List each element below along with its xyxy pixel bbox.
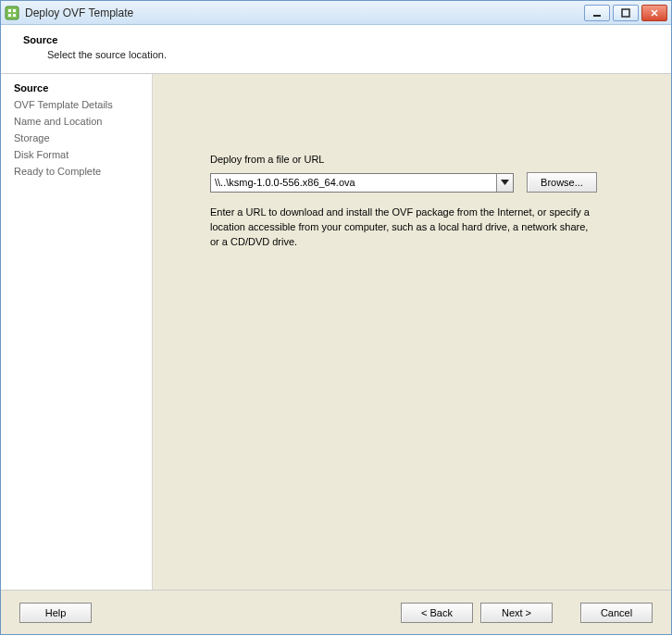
maximize-icon	[621, 8, 630, 18]
maximize-button[interactable]	[613, 5, 639, 21]
svg-rect-3	[8, 14, 11, 17]
page-subtitle: Select the source location.	[47, 49, 649, 60]
svg-marker-9	[501, 180, 509, 185]
window-controls	[584, 5, 667, 21]
source-combobox[interactable]	[210, 173, 514, 193]
deploy-ovf-window: Deploy OVF Template Source Select the so…	[0, 0, 672, 635]
next-button[interactable]: Next >	[480, 603, 553, 623]
chevron-down-icon	[501, 180, 509, 185]
svg-rect-0	[6, 6, 19, 19]
close-icon	[650, 8, 659, 18]
minimize-icon	[592, 8, 602, 18]
browse-button[interactable]: Browse...	[527, 172, 597, 193]
source-dropdown-button[interactable]	[496, 174, 513, 192]
back-button[interactable]: < Back	[401, 603, 473, 623]
source-row: Browse...	[210, 172, 643, 193]
help-button[interactable]: Help	[19, 603, 92, 623]
wizard-content: Deploy from a file or URL Browse... Ente…	[153, 74, 671, 590]
svg-rect-1	[8, 9, 11, 12]
wizard-header: Source Select the source location.	[1, 25, 671, 74]
step-ready[interactable]: Ready to Complete	[1, 163, 152, 180]
step-storage[interactable]: Storage	[1, 130, 152, 146]
page-title: Source	[23, 34, 649, 45]
close-button[interactable]	[641, 5, 667, 21]
source-path-input[interactable]	[211, 174, 496, 192]
step-ovf-details[interactable]: OVF Template Details	[1, 96, 152, 113]
step-disk-format[interactable]: Disk Format	[1, 146, 152, 163]
svg-rect-5	[593, 15, 601, 17]
wizard-body: Source OVF Template Details Name and Loc…	[1, 74, 671, 590]
wizard-footer: Help < Back Next > Cancel	[1, 590, 671, 634]
titlebar: Deploy OVF Template	[1, 1, 671, 25]
svg-rect-2	[13, 9, 16, 12]
source-field-label: Deploy from a file or URL	[210, 154, 643, 165]
source-form: Deploy from a file or URL Browse... Ente…	[210, 154, 643, 250]
window-title: Deploy OVF Template	[25, 6, 584, 19]
source-hint-text: Enter a URL to download and install the …	[210, 205, 599, 250]
wizard-steps: Source OVF Template Details Name and Loc…	[1, 74, 153, 590]
app-icon	[5, 6, 19, 20]
svg-rect-4	[13, 14, 16, 17]
minimize-button[interactable]	[584, 5, 610, 21]
svg-rect-6	[622, 9, 629, 17]
cancel-button[interactable]: Cancel	[580, 603, 653, 623]
step-name-location[interactable]: Name and Location	[1, 113, 152, 130]
step-source[interactable]: Source	[1, 80, 152, 96]
